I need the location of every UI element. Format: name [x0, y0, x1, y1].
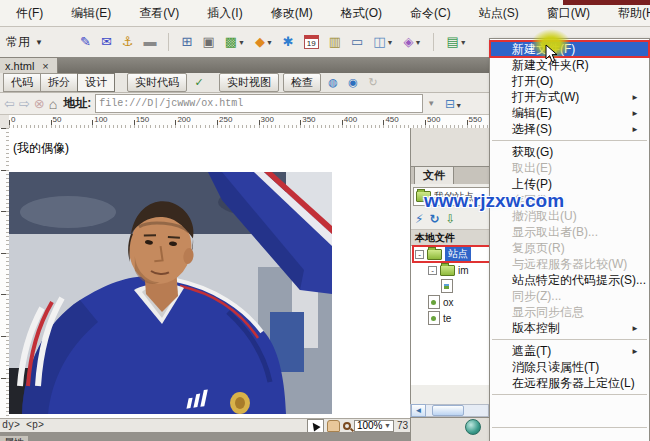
- refresh-icon[interactable]: ↻: [365, 76, 381, 90]
- context-menu-spacer: [490, 431, 649, 441]
- document-image[interactable]: IT'S A WORLD CUP: [9, 172, 332, 414]
- get-files-icon[interactable]: ⇩: [446, 212, 456, 226]
- ruler-label-0: 0: [11, 115, 15, 124]
- chevron-down-icon: ▼: [387, 39, 394, 46]
- scroll-left-icon[interactable]: ◄: [411, 404, 426, 417]
- visual-aids-eye-icon[interactable]: ◉: [345, 76, 361, 90]
- tag-selector[interactable]: dy> <p>: [2, 420, 44, 431]
- submenu-arrow-icon: ►: [631, 125, 639, 134]
- address-input[interactable]: [95, 94, 423, 113]
- ruler-label-100: 100: [94, 115, 107, 124]
- context-menu-item-label: 取出(E): [512, 160, 552, 177]
- back-icon[interactable]: ⇦: [4, 96, 15, 111]
- hyperlink-icon[interactable]: ✎: [78, 33, 93, 51]
- context-menu-item-7[interactable]: 获取(G): [490, 144, 649, 160]
- context-menu-item-21[interactable]: 消除只读属性(T): [490, 359, 649, 375]
- split-view-button[interactable]: 拆分: [40, 73, 78, 92]
- scrollbar-thumb[interactable]: [432, 405, 464, 416]
- server-side-include-icon[interactable]: ▥: [327, 33, 343, 51]
- design-view-canvas[interactable]: (我的偶像) IT'S A WORLD CUP: [9, 128, 410, 418]
- forward-icon[interactable]: ⇨: [19, 96, 30, 111]
- context-menu-item-22[interactable]: 在远程服务器上定位(L): [490, 375, 649, 391]
- horizontal-rule-icon[interactable]: ▬: [141, 33, 158, 51]
- html-file-icon: [428, 311, 440, 325]
- menubar-item-5[interactable]: 格式(O): [327, 2, 396, 25]
- context-menu-separator: [492, 427, 647, 428]
- address-dropdown-icon[interactable]: ▼: [427, 99, 435, 108]
- image-icon[interactable]: ▩▼: [223, 33, 247, 51]
- menubar-item-1[interactable]: 编辑(E): [57, 2, 125, 25]
- context-menu-item-14: 与远程服务器比较(W): [490, 256, 649, 272]
- inspect-button[interactable]: 检查: [283, 73, 321, 92]
- context-menu-item-20[interactable]: 遮盖(T)►: [490, 343, 649, 359]
- menubar-item-3[interactable]: 插入(I): [193, 2, 256, 25]
- script-icon[interactable]: ◈▼: [401, 33, 423, 51]
- named-anchor-icon[interactable]: ⚓: [120, 33, 136, 51]
- menubar-item-2[interactable]: 查看(V): [125, 2, 193, 25]
- insert-div-icon[interactable]: ▣: [200, 33, 216, 51]
- head-icon[interactable]: ◫▼: [371, 33, 395, 51]
- widget-icon[interactable]: ✱: [281, 33, 296, 51]
- context-menu-item-15[interactable]: 站点特定的代码提示(S)...: [490, 272, 649, 288]
- file-view-options-icon[interactable]: ⊟▼: [445, 97, 462, 111]
- context-menu-item-17: 显示同步信息: [490, 304, 649, 320]
- files-panel-horizontal-scrollbar[interactable]: ◄: [410, 404, 489, 417]
- head-glyph: ◫: [373, 34, 385, 50]
- chevron-down-icon: ▼: [460, 39, 467, 46]
- tree-item-label: 站点: [445, 247, 471, 261]
- tree-expander-icon[interactable]: -: [415, 250, 424, 259]
- templates-icon[interactable]: ▤▼: [444, 33, 468, 51]
- context-menu-item-18[interactable]: 版本控制►: [490, 320, 649, 336]
- context-menu-item-0[interactable]: 新建文件(F): [490, 41, 649, 57]
- zoom-level-dropdown[interactable]: 100% ▼: [354, 420, 394, 432]
- refresh-files-icon[interactable]: ↻: [429, 212, 439, 226]
- folder-icon: [427, 249, 442, 260]
- menubar-item-4[interactable]: 修改(M): [257, 2, 327, 25]
- context-menu-item-1[interactable]: 新建文件夹(R): [490, 57, 649, 73]
- context-menu-item-5[interactable]: 选择(S)►: [490, 121, 649, 137]
- context-menu-item-2[interactable]: 打开(O): [490, 73, 649, 89]
- context-menu-item-4[interactable]: 编辑(E)►: [490, 105, 649, 121]
- date-icon[interactable]: 19: [302, 34, 321, 50]
- status-bar-tools: 100% ▼ 73: [307, 419, 408, 433]
- connect-icon[interactable]: ⚡: [415, 212, 423, 226]
- table-icon[interactable]: ⊞: [179, 33, 194, 51]
- live-code-button[interactable]: 实时代码: [127, 73, 187, 92]
- select-tool-icon[interactable]: [307, 419, 324, 433]
- home-icon[interactable]: ⌂: [49, 96, 57, 112]
- media-icon[interactable]: ◆▼: [253, 33, 275, 51]
- live-view-button[interactable]: 实时视图: [219, 73, 279, 92]
- files-panel-tab[interactable]: 文件: [414, 166, 454, 184]
- zoom-tool-icon[interactable]: [343, 422, 351, 430]
- insert-icon-group: ✎✉⚓▬⊞▣▩▼◆▼✱19▥▭◫▼◈▼▤▼: [78, 33, 469, 51]
- hand-tool-icon[interactable]: [327, 420, 340, 432]
- ruler-label-50: 50: [53, 115, 62, 124]
- design-view-button[interactable]: 设计: [77, 73, 115, 92]
- tree-expander-icon[interactable]: -: [428, 266, 437, 275]
- comment-icon[interactable]: ▭: [349, 33, 365, 51]
- context-menu-item-3[interactable]: 打开方式(W)►: [490, 89, 649, 105]
- menubar-item-6[interactable]: 命令(C): [396, 2, 465, 25]
- hyperlink-glyph: ✎: [80, 34, 91, 50]
- context-menu-item-label: 新建文件夹(R): [512, 57, 589, 74]
- insert-category-dropdown[interactable]: 常用 ▼: [6, 34, 78, 51]
- document-tab[interactable]: x.html ×: [0, 57, 58, 73]
- preview-in-browser-icon[interactable]: ◍: [325, 76, 341, 90]
- horizontal-rule-glyph: ▬: [143, 34, 156, 50]
- site-folder-icon: [416, 191, 431, 202]
- code-view-button[interactable]: 代码: [3, 73, 41, 92]
- email-link-icon[interactable]: ✉: [99, 33, 114, 51]
- widget-glyph: ✱: [283, 34, 294, 50]
- ruler-label-150: 150: [136, 115, 149, 124]
- connect-globe-icon[interactable]: [465, 419, 481, 435]
- menubar-item-7[interactable]: 站点(S): [465, 2, 533, 25]
- properties-panel-header[interactable]: 属性: [0, 432, 410, 441]
- ruler-label-300: 300: [261, 115, 274, 124]
- menubar-item-0[interactable]: 件(F): [2, 2, 57, 25]
- stop-icon[interactable]: ⊗: [34, 96, 45, 111]
- context-menu-item-9[interactable]: 上传(P): [490, 176, 649, 192]
- context-menu-item-label: 获取(G): [512, 144, 553, 161]
- close-tab-icon[interactable]: ×: [42, 60, 48, 72]
- check-browser-compat-icon[interactable]: ✓: [191, 76, 207, 90]
- dreamweaver-window: 件(F)编辑(E)查看(V)插入(I)修改(M)格式(O)命令(C)站点(S)窗…: [0, 0, 650, 441]
